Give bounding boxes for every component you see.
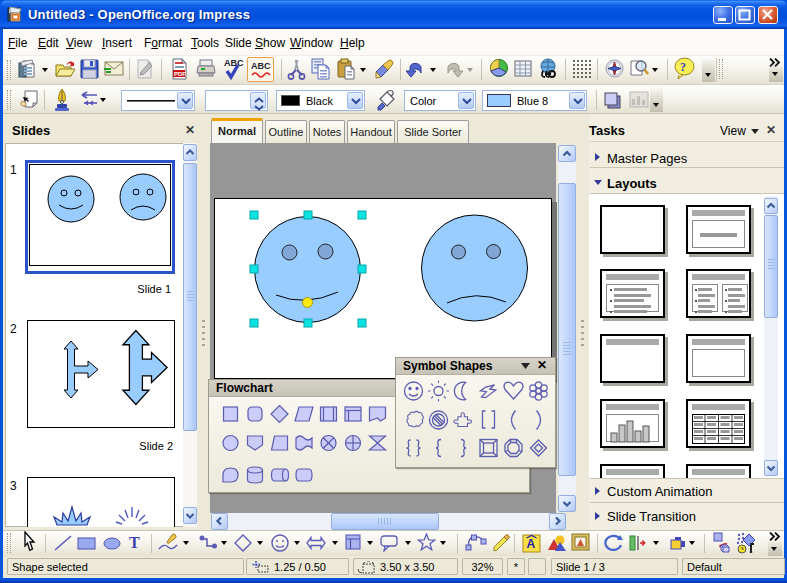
svg-text:A: A <box>527 537 536 551</box>
svg-text:PDF: PDF <box>174 71 186 77</box>
svg-text:?: ? <box>680 60 686 74</box>
svg-text:ABC: ABC <box>251 61 271 71</box>
svg-text:ABC: ABC <box>224 58 244 68</box>
